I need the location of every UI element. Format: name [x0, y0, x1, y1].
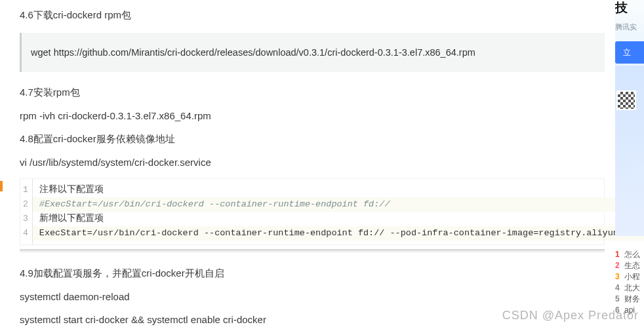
- hot-list-item[interactable]: 4北大: [615, 282, 644, 294]
- code-line-number: 4: [20, 226, 32, 241]
- command-quote: wget https://github.com/Mirantis/cri-doc…: [20, 33, 605, 73]
- hot-title: 生态: [624, 260, 640, 271]
- hot-title: 财务: [624, 294, 640, 305]
- section-heading-48: 4.8配置cri-docker服务依赖镜像地址: [20, 130, 605, 147]
- highlight-marker: [0, 181, 3, 191]
- command-text: systemctl daemon-reload: [20, 288, 605, 305]
- hot-list-item[interactable]: 1怎么: [615, 249, 644, 260]
- section-heading-47: 4.7安装rpm包: [20, 84, 605, 101]
- hot-title: 小程: [624, 271, 640, 282]
- hot-rank: 2: [615, 260, 621, 271]
- hot-title: api: [624, 305, 635, 316]
- rail-ad-card[interactable]: 技 腾讯实 立: [615, 0, 644, 66]
- code-line: 新增以下配置项: [33, 212, 644, 226]
- section-heading-49: 4.9加载配置项服务，并配置cri-docker开机自启: [20, 265, 605, 282]
- code-line-number: 1: [20, 183, 32, 197]
- code-line-number: 3: [20, 212, 32, 226]
- hot-rank: 5: [615, 294, 621, 305]
- hot-title: 北大: [624, 282, 640, 294]
- right-rail: 技 腾讯实 立 1怎么2生态3小程4北大5财务6api: [611, 0, 644, 331]
- hot-rank: 1: [615, 249, 621, 260]
- qr-code-icon: [616, 90, 636, 110]
- code-gutter: 1234: [20, 179, 32, 244]
- code-content: 注释以下配置项#ExecStart=/usr/bin/cri-dockerd -…: [32, 179, 644, 244]
- hot-list-item[interactable]: 5财务: [615, 294, 644, 305]
- ad-cta-button[interactable]: 立: [615, 41, 644, 64]
- ad-title: 技: [615, 0, 644, 18]
- hot-rank: 4: [615, 282, 621, 294]
- quote-text: wget https://github.com/Mirantis/cri-doc…: [31, 47, 475, 58]
- hot-list-item[interactable]: 3小程: [615, 271, 644, 282]
- hot-rank: 6: [615, 305, 621, 316]
- code-shadow: [20, 249, 605, 253]
- section-heading-46: 4.6下载cri-dockerd rpm包: [20, 7, 605, 24]
- hot-rank: 3: [615, 271, 621, 282]
- command-text: rpm -ivh cri-dockerd-0.3.1-3.el7.x86_64.…: [20, 107, 605, 125]
- command-text: systemctl start cri-docker && systemctl …: [20, 311, 605, 328]
- ad-subtitle: 腾讯实: [615, 21, 644, 33]
- code-line-number: 2: [20, 197, 32, 212]
- command-text: vi /usr/lib/systemd/system/cri-docker.se…: [20, 154, 605, 171]
- code-line: #ExecStart=/usr/bin/cri-dockerd --contai…: [33, 197, 644, 212]
- code-line: ExecStart=/usr/bin/cri-dockerd --contain…: [33, 226, 644, 241]
- article-body: 4.6下载cri-dockerd rpm包 wget https://githu…: [0, 0, 611, 331]
- code-line: 注释以下配置项: [33, 183, 644, 197]
- code-block[interactable]: 1234 注释以下配置项#ExecStart=/usr/bin/cri-dock…: [20, 178, 605, 245]
- hot-title: 怎么: [624, 249, 640, 260]
- hot-list-item[interactable]: 6api: [615, 305, 644, 316]
- hot-list: 1怎么2生态3小程4北大5财务6api: [615, 249, 644, 316]
- hot-list-item[interactable]: 2生态: [615, 260, 644, 271]
